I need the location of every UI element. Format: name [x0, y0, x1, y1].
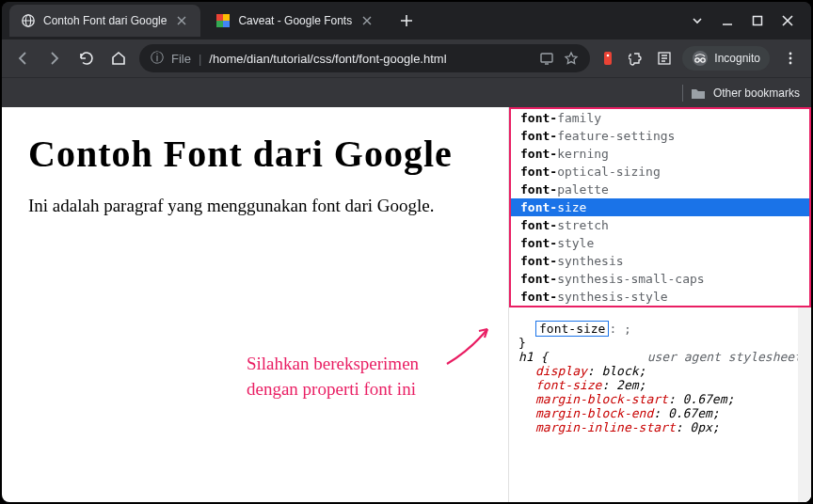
tab-title: Contoh Font dari Google — [43, 14, 167, 27]
browser-titlebar: Contoh Font dari Google Caveat - Google … — [2, 2, 811, 39]
svg-rect-6 — [754, 17, 762, 25]
svg-point-16 — [789, 62, 792, 65]
forward-button[interactable] — [43, 47, 66, 70]
extension-icon[interactable] — [599, 50, 616, 67]
autocomplete-item[interactable]: font-family — [511, 109, 809, 127]
autocomplete-popup: font-familyfont-feature-settingsfont-ker… — [509, 107, 811, 307]
autocomplete-item[interactable]: font-synthesis-small-caps — [511, 270, 809, 288]
tab-title: Caveat - Google Fonts — [238, 14, 352, 27]
url-path: /home/dian/tutorial/css/font/font-google… — [209, 52, 446, 66]
extensions-puzzle-icon[interactable] — [628, 50, 645, 67]
svg-rect-7 — [541, 54, 552, 62]
ua-stylesheet-label: user agent stylesheet — [647, 350, 802, 364]
autocomplete-item[interactable]: font-feature-settings — [511, 127, 809, 145]
close-icon[interactable] — [174, 13, 189, 28]
svg-rect-2 — [216, 14, 223, 21]
svg-point-9 — [607, 55, 610, 57]
page-paragraph: Ini adalah paragraf yang menggunakan fon… — [28, 196, 482, 216]
annotation-text: Silahkan bereksperimen dengan properti f… — [247, 352, 419, 402]
autocomplete-item[interactable]: font-style — [511, 234, 809, 252]
reload-button[interactable] — [75, 47, 98, 70]
svg-point-15 — [789, 57, 792, 60]
browser-toolbar: ⓘ File | /home/dian/tutorial/css/font/fo… — [2, 39, 811, 77]
chevron-down-icon[interactable] — [689, 12, 706, 29]
browser-tab-active[interactable]: Contoh Font dari Google — [9, 5, 200, 37]
window-controls — [689, 12, 804, 29]
autocomplete-item[interactable]: font-kerning — [511, 145, 809, 163]
styles-pane[interactable]: font-size: ; } h1 {user agent stylesheet… — [509, 320, 811, 502]
send-tab-icon[interactable] — [539, 51, 554, 66]
svg-rect-4 — [216, 21, 223, 27]
autocomplete-item[interactable]: font-palette — [511, 181, 809, 198]
folder-icon — [691, 87, 706, 100]
incognito-icon — [692, 50, 709, 67]
back-button[interactable] — [11, 47, 34, 70]
maximize-icon[interactable] — [749, 12, 766, 29]
svg-rect-3 — [223, 14, 230, 21]
url-scheme: File — [171, 52, 191, 66]
css-declaration[interactable]: margin-block-end: 0.67em; — [518, 406, 802, 420]
info-icon[interactable]: ⓘ — [151, 50, 164, 67]
autocomplete-item[interactable]: font-size — [511, 198, 809, 216]
new-tab-button[interactable] — [393, 8, 420, 34]
page-heading: Contoh Font dari Google — [28, 130, 482, 179]
devtools-panel: font-familyfont-feature-settingsfont-ker… — [508, 107, 811, 502]
bookmark-star-icon[interactable] — [564, 51, 579, 66]
css-declaration[interactable]: display: block; — [518, 364, 802, 378]
page-content: Contoh Font dari Google Ini adalah parag… — [2, 107, 811, 502]
bookmarks-bar: Other bookmarks — [2, 77, 811, 107]
autocomplete-item[interactable]: font-synthesis-style — [511, 288, 809, 306]
close-window-icon[interactable] — [779, 12, 796, 29]
annotation-arrow — [442, 322, 499, 369]
css-declaration[interactable]: margin-inline-start: 0px; — [518, 420, 802, 434]
other-bookmarks-button[interactable]: Other bookmarks — [713, 87, 800, 100]
svg-rect-8 — [604, 52, 612, 65]
autocomplete-item[interactable]: font-stretch — [511, 216, 809, 234]
svg-point-14 — [789, 53, 792, 55]
css-selector: h1 { — [518, 350, 548, 364]
close-icon[interactable] — [359, 13, 375, 28]
css-declaration[interactable]: font-size: 2em; — [518, 378, 802, 392]
incognito-badge[interactable]: Incognito — [682, 46, 770, 71]
rendered-page: Contoh Font dari Google Ini adalah parag… — [2, 107, 508, 502]
svg-point-11 — [693, 51, 708, 66]
home-button[interactable] — [107, 47, 130, 70]
autocomplete-item[interactable]: font-synthesis — [511, 252, 809, 270]
css-property-input[interactable]: font-size — [535, 321, 609, 337]
css-declaration[interactable]: margin-block-start: 0.67em; — [518, 392, 802, 406]
menu-icon[interactable] — [779, 47, 802, 70]
browser-tab[interactable]: Caveat - Google Fonts — [204, 5, 386, 37]
incognito-label: Incognito — [714, 52, 760, 65]
autocomplete-item[interactable]: font-optical-sizing — [511, 163, 809, 181]
minimize-icon[interactable] — [719, 12, 736, 29]
favicon-icon — [215, 13, 231, 28]
globe-icon — [21, 13, 36, 28]
svg-rect-5 — [223, 21, 230, 27]
address-bar[interactable]: ⓘ File | /home/dian/tutorial/css/font/fo… — [139, 44, 590, 72]
reading-list-icon[interactable] — [656, 50, 673, 67]
